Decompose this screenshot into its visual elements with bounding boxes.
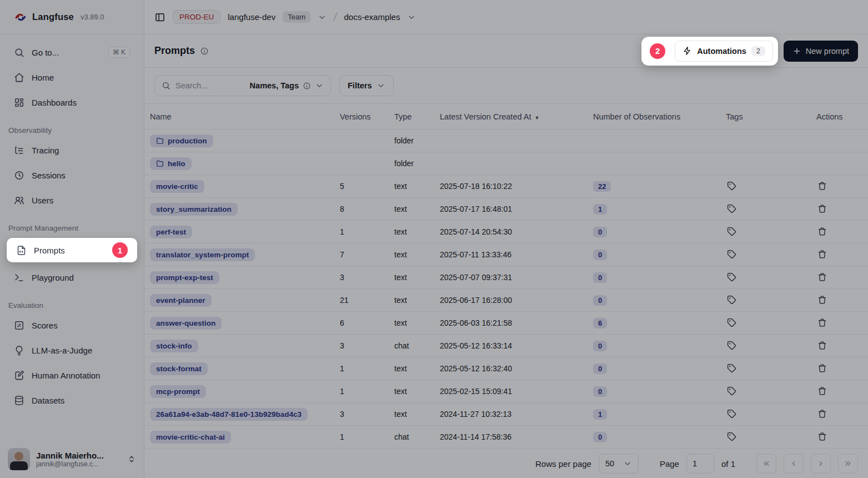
tag-icon[interactable]	[726, 226, 737, 237]
table-row[interactable]: prompt-exp-test 3 text 2025-07-07 09:37:…	[144, 266, 868, 289]
prompt-name-badge[interactable]: answer-question	[150, 317, 222, 330]
user-menu[interactable]: Jannik Maierho... jannik@langfuse.c...	[0, 441, 144, 478]
observations-count-badge[interactable]: 1	[593, 409, 607, 420]
observations-count-badge[interactable]: 6	[593, 318, 607, 328]
table-row[interactable]: hello folder	[144, 152, 868, 175]
rows-per-page-select[interactable]: 50	[599, 454, 639, 474]
column-header-versions[interactable]: Versions	[340, 112, 394, 121]
table-row[interactable]: production folder	[144, 130, 868, 152]
prompt-name-badge[interactable]: hello	[150, 157, 192, 170]
tag-icon[interactable]	[726, 408, 737, 420]
page-number-input[interactable]	[686, 454, 714, 474]
first-page-button[interactable]	[756, 454, 776, 474]
prompt-name-badge[interactable]: 26a61a94-e3ab-48d7-81e0-13b929bad4c3	[150, 408, 308, 421]
prompt-name-badge[interactable]: stock-info	[150, 340, 198, 352]
tag-icon[interactable]	[726, 340, 737, 351]
prompt-name-badge[interactable]: prompt-exp-test	[150, 271, 219, 284]
sidebar-item-scores[interactable]: Scores	[7, 315, 137, 335]
tag-icon[interactable]	[726, 317, 737, 328]
breadcrumb-org[interactable]: langfuse-dev	[228, 12, 275, 22]
delete-button[interactable]	[816, 226, 828, 237]
delete-button[interactable]	[816, 180, 828, 192]
observations-count-badge[interactable]: 0	[593, 227, 607, 237]
sidebar-item-dashboards[interactable]: Dashboards	[7, 92, 137, 112]
observations-count-badge[interactable]: 0	[593, 272, 607, 283]
sidebar-item-goto[interactable]: Go to... ⌘ K	[7, 42, 137, 62]
delete-button[interactable]	[816, 248, 828, 260]
prompt-name-badge[interactable]: story_summarization	[150, 203, 238, 216]
tag-icon[interactable]	[726, 248, 737, 260]
next-page-button[interactable]	[811, 454, 831, 474]
column-header-type[interactable]: Type	[394, 112, 440, 121]
last-page-button[interactable]	[838, 454, 858, 474]
sidebar-toggle-icon[interactable]	[154, 12, 165, 23]
prompt-name-badge[interactable]: movie-critic-chat-ai	[150, 431, 231, 444]
prompt-name-badge[interactable]: stock-format	[150, 362, 208, 375]
tag-icon[interactable]	[726, 203, 737, 215]
table-row[interactable]: translator_system-prompt 7 text 2025-07-…	[144, 243, 868, 266]
observations-count-badge[interactable]: 0	[593, 341, 607, 351]
prompt-name-badge[interactable]: production	[150, 135, 213, 147]
new-prompt-button[interactable]: New prompt	[784, 41, 858, 62]
delete-button[interactable]	[816, 385, 828, 397]
sidebar-item-datasets[interactable]: Datasets	[7, 390, 137, 410]
tag-icon[interactable]	[726, 271, 737, 283]
observations-count-badge[interactable]: 0	[593, 432, 607, 442]
prompt-name-badge[interactable]: movie-critic	[150, 180, 204, 193]
observations-count-badge[interactable]: 0	[593, 364, 607, 374]
previous-page-button[interactable]	[784, 454, 804, 474]
table-row[interactable]: stock-format 1 text 2025-05-12 16:32:40 …	[144, 357, 868, 380]
observations-count-badge[interactable]: 0	[593, 386, 607, 397]
prompt-name-badge[interactable]: translator_system-prompt	[150, 248, 255, 261]
tag-icon[interactable]	[726, 180, 737, 192]
search-input[interactable]	[175, 81, 245, 90]
table-row[interactable]: answer-question 6 text 2025-06-03 16:21:…	[144, 312, 868, 335]
table-row[interactable]: perf-test 1 text 2025-07-14 20:54:30 0	[144, 221, 868, 243]
delete-button[interactable]	[816, 362, 828, 374]
table-row[interactable]: story_summarization 8 text 2025-07-17 16…	[144, 198, 868, 221]
sidebar-item-llm-judge[interactable]: LLM-as-a-Judge	[7, 340, 137, 360]
table-row[interactable]: stock-info 3 chat 2025-05-12 16:33:14 0	[144, 335, 868, 357]
table-row[interactable]: movie-critic 5 text 2025-07-18 16:10:22 …	[144, 175, 868, 198]
observations-count-badge[interactable]: 0	[593, 295, 607, 306]
sidebar-item-tracing[interactable]: Tracing	[7, 140, 137, 160]
sidebar-item-prompts[interactable]: Prompts 1	[9, 240, 135, 260]
search-scope-selector[interactable]: Names, Tags	[250, 81, 324, 90]
column-header-created-at[interactable]: Latest Version Created At▼	[440, 112, 593, 121]
sidebar-item-sessions[interactable]: Sessions	[7, 165, 137, 185]
observations-count-badge[interactable]: 0	[593, 250, 607, 260]
tag-icon[interactable]	[726, 294, 737, 306]
observations-count-badge[interactable]: 1	[593, 204, 607, 215]
tag-icon[interactable]	[726, 431, 737, 442]
column-header-observations[interactable]: Number of Observations	[593, 112, 726, 121]
sidebar-item-home[interactable]: Home	[7, 67, 137, 87]
prompt-name-badge[interactable]: perf-test	[150, 226, 192, 238]
delete-button[interactable]	[816, 431, 828, 442]
table-row[interactable]: mcp-prompt 1 text 2025-02-15 15:09:41 0	[144, 380, 868, 403]
breadcrumb-project[interactable]: docs-examples	[344, 12, 400, 22]
delete-button[interactable]	[816, 271, 828, 283]
column-header-name[interactable]: Name	[150, 112, 340, 121]
table-row[interactable]: 26a61a94-e3ab-48d7-81e0-13b929bad4c3 3 t…	[144, 403, 868, 426]
delete-button[interactable]	[816, 340, 828, 351]
table-row[interactable]: event-planner 21 text 2025-06-17 16:28:0…	[144, 289, 868, 312]
chevron-down-icon[interactable]	[407, 13, 416, 22]
delete-button[interactable]	[816, 203, 828, 215]
automations-button[interactable]: Automations 2	[675, 41, 773, 62]
sidebar-item-playground[interactable]: Playground	[7, 267, 137, 287]
delete-button[interactable]	[816, 408, 828, 420]
sidebar-item-users[interactable]: Users	[7, 190, 137, 210]
prompt-name-badge[interactable]: mcp-prompt	[150, 385, 206, 398]
delete-button[interactable]	[816, 294, 828, 306]
table-row[interactable]: movie-critic-chat-ai 1 chat 2024-11-14 1…	[144, 426, 868, 449]
sidebar-item-human-annotation[interactable]: Human Annotation	[7, 365, 137, 385]
prompt-name-badge[interactable]: event-planner	[150, 294, 212, 307]
trash-icon	[817, 204, 827, 213]
observations-count-badge[interactable]: 22	[593, 181, 611, 192]
tag-icon[interactable]	[726, 385, 737, 397]
tag-icon[interactable]	[726, 362, 737, 374]
delete-button[interactable]	[816, 317, 828, 328]
filters-button[interactable]: Filters	[339, 75, 394, 96]
chevron-down-icon[interactable]	[318, 13, 327, 22]
info-icon[interactable]	[200, 47, 209, 56]
